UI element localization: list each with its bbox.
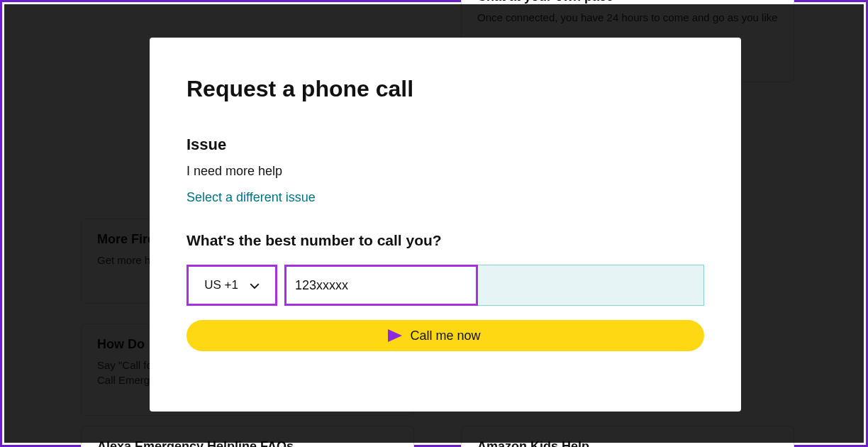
phone-input-wrap	[284, 265, 704, 306]
request-call-modal: Request a phone call Issue I need more h…	[150, 38, 741, 412]
stage: Chat at your own pace Once connected, yo…	[0, 0, 868, 447]
call-me-now-button[interactable]: Call me now	[187, 320, 704, 351]
issue-text: I need more help	[187, 164, 704, 179]
chevron-down-icon	[250, 280, 260, 290]
select-different-issue-link[interactable]: Select a different issue	[187, 190, 316, 205]
modal-title: Request a phone call	[187, 74, 704, 103]
phone-number-heading: What's the best number to call you?	[187, 232, 704, 249]
phone-number-row: US +1	[187, 265, 704, 306]
call-me-now-label: Call me now	[410, 329, 480, 343]
phone-number-input[interactable]	[284, 265, 478, 306]
country-code-select[interactable]: US +1	[187, 265, 277, 306]
country-code-value: US +1	[204, 278, 238, 292]
issue-heading: Issue	[187, 136, 704, 154]
annotation-arrow-icon	[320, 328, 404, 343]
